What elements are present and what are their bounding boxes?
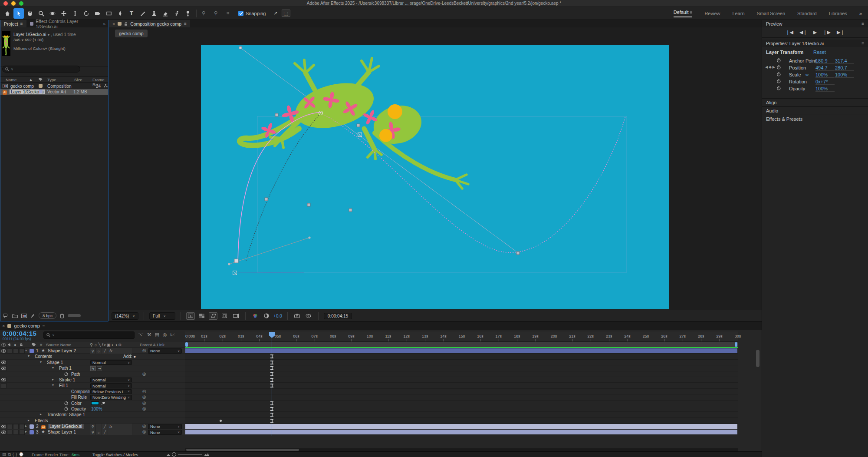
eye-toggle[interactable] (1, 360, 7, 365)
interpret-footage-icon[interactable] (3, 314, 9, 318)
source-name-column[interactable]: Source Name (46, 342, 71, 347)
project-table-header[interactable]: NameTypeSizeFrame Ra..▲ (0, 76, 108, 83)
stopwatch-icon[interactable] (777, 72, 781, 77)
timeline-row-path[interactable]: Path◎ (0, 371, 185, 377)
timeline-vscrollbar[interactable] (756, 350, 760, 367)
parent-link-column[interactable]: Parent & Link (140, 342, 164, 347)
brush-tool[interactable] (138, 8, 148, 19)
expander[interactable]: ▸ (52, 378, 54, 381)
stopwatch-icon[interactable] (64, 407, 68, 412)
property-value[interactable]: 100% (815, 86, 835, 92)
mask-rect-tool[interactable] (104, 8, 114, 19)
timeline-tab-label[interactable]: gecko comp (14, 323, 39, 328)
snapping-checkbox[interactable] (238, 11, 243, 16)
first-frame-button[interactable]: ❘◀ (786, 30, 793, 35)
audio-toggle[interactable] (7, 348, 13, 354)
tab-overflow[interactable]: » (103, 21, 108, 26)
pick-whip-icon[interactable]: ◎ (142, 389, 146, 394)
property-value[interactable]: 100% (815, 72, 835, 78)
timeline-row-shape-layer-1[interactable]: ▸3★Shape Layer 1⚲☼╱◎None∨ (0, 429, 185, 435)
stopwatch-icon[interactable] (777, 58, 781, 63)
property-value[interactable]: 494.7 (815, 65, 835, 71)
track-row-1[interactable] (185, 348, 738, 354)
expander[interactable]: ▾ (25, 348, 27, 352)
zoom-in-mountain-icon[interactable] (204, 452, 209, 457)
timeline-row-composite[interactable]: CompositeBelow Previous in S∨◎ (0, 389, 185, 394)
lock-toggle[interactable] (19, 424, 25, 429)
solo-toggle[interactable] (13, 348, 19, 354)
timeline-row-fill-1[interactable]: ▾Fill 1Normal∨ (0, 383, 185, 388)
track-row-3[interactable] (185, 360, 738, 365)
motion-path-solid[interactable] (238, 112, 322, 263)
tab-effect-controls[interactable]: Effect Controls Layer 1/Gecko.ai (26, 20, 103, 27)
reset-link[interactable]: Reset (813, 50, 826, 55)
eye-toggle[interactable] (1, 383, 7, 388)
time-ruler[interactable]: 0:00s01s02s03s04s05s06s07s08s09s10s11s12… (185, 331, 738, 342)
workspace-small-screen[interactable]: Small Screen (757, 11, 785, 16)
guides-options-icon[interactable] (231, 312, 240, 320)
value-dropdown[interactable]: Non-Zero Winding∨ (90, 395, 132, 400)
last-frame-button[interactable]: ▶❘ (837, 30, 845, 35)
expander[interactable]: ▾ (52, 383, 54, 387)
work-area-end-handle[interactable] (735, 342, 737, 347)
eye-toggle[interactable] (1, 377, 7, 382)
add-button[interactable]: Add: ● (123, 354, 136, 359)
property-name[interactable]: Stroke 1 (59, 378, 75, 382)
expander[interactable]: ▸ (28, 418, 30, 422)
property-name[interactable]: Composite (71, 389, 92, 394)
work-area-start-handle[interactable] (185, 342, 188, 347)
zoom-out-mountain-icon[interactable] (167, 453, 170, 456)
timeline-row-shape-layer-2[interactable]: ▾1★Shape Layer 2⚲☼╱fx◎None∨ (0, 348, 185, 354)
timeline-row-contents[interactable]: ▾ContentsAdd: ● (0, 354, 185, 359)
channel-rgb-icon[interactable] (251, 312, 260, 320)
home-tool[interactable] (2, 8, 13, 19)
layer-name[interactable]: Shape Layer 1 (48, 430, 76, 434)
property-name[interactable]: Fill Rule (71, 395, 87, 400)
resolution-dropdown[interactable]: Full∨ (149, 312, 175, 320)
timeline-row-shape-1[interactable]: ▾Shape 1Normal∨ (0, 360, 185, 365)
layer-duration-bar[interactable] (185, 430, 737, 434)
lock-toggle[interactable] (19, 348, 25, 354)
timeline-mini-icons[interactable]: ▤⧉{}⌚ (2, 452, 26, 457)
tab-project[interactable]: Project≡ (0, 20, 26, 27)
anchor-tool-icon[interactable]: ⚲ (200, 8, 207, 19)
project-search-input[interactable]: ∨ (2, 66, 80, 73)
panel-menu-icon[interactable]: ≡ (43, 324, 45, 328)
motion-blur-icon[interactable]: ◎ (163, 332, 167, 338)
panel-section-align[interactable]: Align (762, 98, 868, 106)
gecko-artwork[interactable] (201, 45, 468, 189)
pick-whip-icon[interactable]: ◎ (142, 348, 146, 353)
toggle-switches-modes-button[interactable]: Toggle Switches / Modes (92, 452, 138, 457)
snapshot-icon[interactable] (293, 312, 302, 320)
track-row-13[interactable] (185, 418, 738, 424)
path-start-vertex[interactable] (234, 259, 238, 263)
snap-angle-icon[interactable]: ↗ (270, 8, 281, 19)
property-name[interactable]: Fill 1 (59, 383, 68, 388)
selection-overlay-icon[interactable] (186, 312, 195, 320)
blend-mode-dropdown[interactable]: Normal∨ (90, 383, 132, 388)
new-folder-icon[interactable] (12, 314, 18, 318)
timeline-row-layer-1-gecko-ai[interactable]: ▸2AiLayer 1/Gecko.ai⚲╱fx◎None∨ (0, 424, 185, 429)
track-row-5[interactable] (185, 371, 738, 377)
panel-section-effectspresets[interactable]: Effects & Presets (762, 115, 868, 123)
expander[interactable]: ▸ (25, 424, 27, 428)
item-name[interactable]: gecko comp (10, 84, 34, 89)
layer-duration-bar[interactable] (185, 424, 737, 429)
project-row-1[interactable]: gecko compComposition24 (0, 83, 108, 89)
timeline-row-opacity[interactable]: Opacity100%◎ (0, 406, 185, 412)
label-chip[interactable] (39, 89, 43, 94)
expander[interactable]: ▾ (28, 354, 30, 358)
type-tool[interactable]: T (126, 8, 137, 19)
orbit-tool[interactable] (47, 8, 58, 19)
pick-whip-icon[interactable]: ◎ (142, 401, 146, 405)
property-name[interactable]: Effects (35, 418, 48, 423)
sort-asc-icon[interactable]: ▲ (29, 77, 33, 82)
track-row-11[interactable] (185, 406, 738, 412)
delete-trash-icon[interactable] (60, 313, 64, 318)
timeline-search-input[interactable]: ∨ (43, 331, 135, 339)
eyedropper-icon[interactable] (101, 401, 105, 406)
project-row-2[interactable]: AiLayer 1/Gecko.aiVector Art1.2 MB (0, 89, 108, 95)
region-of-interest-icon[interactable] (220, 312, 229, 320)
next-frame-button[interactable]: ❘▶ (823, 30, 831, 35)
eye-toggle[interactable] (1, 424, 7, 429)
